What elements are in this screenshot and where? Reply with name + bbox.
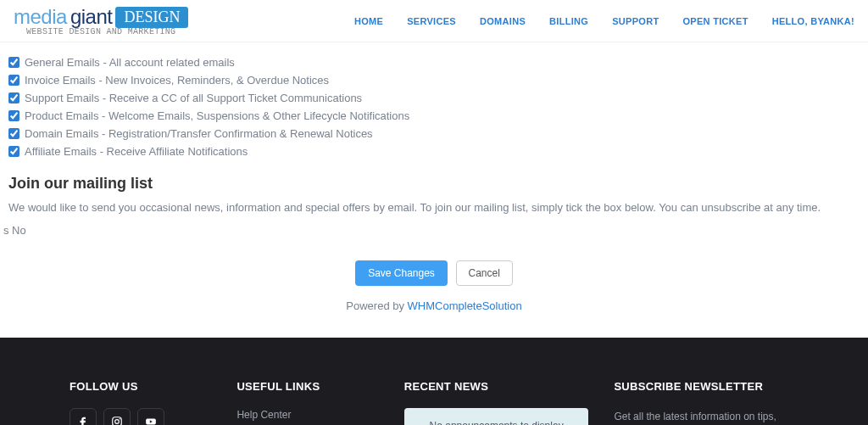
- nav-home[interactable]: HOME: [354, 16, 383, 26]
- pref-invoice-emails: Invoice Emails - New Invoices, Reminders…: [8, 74, 860, 87]
- svg-point-2: [120, 418, 120, 419]
- main-content: General Emails - All account related ema…: [0, 42, 868, 338]
- nav-billing[interactable]: BILLING: [549, 16, 588, 26]
- label-general: General Emails - All account related ema…: [25, 56, 235, 69]
- checkbox-domain[interactable]: [8, 128, 19, 139]
- cancel-button[interactable]: Cancel: [456, 260, 513, 286]
- save-button[interactable]: Save Changes: [355, 260, 448, 286]
- footer: FOLLOW US USEFUL LINKS Help Center Caree…: [0, 338, 868, 425]
- pref-product-emails: Product Emails - Welcome Emails, Suspens…: [8, 109, 860, 122]
- news-title: RECENT NEWS: [404, 380, 589, 393]
- pref-affiliate-emails: Affiliate Emails - Receive Affiliate Not…: [8, 145, 860, 158]
- logo-badge: DESIGN: [115, 7, 188, 28]
- header: media giant DESIGN WEBSITE DESIGN AND MA…: [0, 0, 868, 42]
- nav-domains[interactable]: DOMAINS: [480, 16, 526, 26]
- useful-title: USEFUL LINKS: [236, 380, 378, 393]
- checkbox-product[interactable]: [8, 110, 19, 121]
- checkbox-affiliate[interactable]: [8, 146, 19, 157]
- pref-general-emails: General Emails - All account related ema…: [8, 56, 860, 69]
- main-nav: HOME SERVICES DOMAINS BILLING SUPPORT OP…: [354, 16, 854, 26]
- mailing-title: Join our mailing list: [8, 175, 860, 193]
- label-support: Support Emails - Receive a CC of all Sup…: [25, 92, 362, 104]
- label-domain: Domain Emails - Registration/Transfer Co…: [25, 127, 373, 140]
- youtube-icon[interactable]: [137, 408, 164, 425]
- facebook-icon[interactable]: [70, 408, 97, 425]
- nav-open-ticket[interactable]: OPEN TICKET: [682, 16, 748, 26]
- logo-text-1: media: [14, 5, 67, 29]
- tagline: WEBSITE DESIGN AND MARKETING: [26, 27, 175, 36]
- mailing-yesno: s No: [3, 224, 860, 237]
- footer-follow: FOLLOW US: [70, 380, 211, 425]
- powered-by: Powered by WHMCompleteSolution: [8, 299, 860, 312]
- powered-link[interactable]: WHMCompleteSolution: [408, 299, 522, 312]
- footer-useful: USEFUL LINKS Help Center Careers Awards …: [236, 380, 378, 425]
- nav-hello-user[interactable]: HELLO, BYANKA!: [772, 16, 854, 26]
- link-help-center[interactable]: Help Center: [236, 409, 291, 421]
- subscribe-desc: Get all the latest information on tips, …: [614, 408, 798, 425]
- footer-subscribe: SUBSCRIBE NEWSLETTER Get all the latest …: [614, 380, 798, 425]
- logo-text-2: giant: [70, 5, 113, 29]
- nav-services[interactable]: SERVICES: [407, 16, 456, 26]
- label-affiliate: Affiliate Emails - Receive Affiliate Not…: [25, 145, 248, 158]
- checkbox-invoice[interactable]: [8, 75, 19, 86]
- button-row: Save Changes Cancel: [8, 260, 860, 286]
- checkbox-support[interactable]: [8, 92, 19, 103]
- nav-support[interactable]: SUPPORT: [612, 16, 659, 26]
- logo[interactable]: media giant DESIGN WEBSITE DESIGN AND MA…: [14, 5, 188, 36]
- label-invoice: Invoice Emails - New Invoices, Reminders…: [25, 74, 329, 87]
- news-empty: No announcements to display: [404, 408, 589, 425]
- pref-domain-emails: Domain Emails - Registration/Transfer Co…: [8, 127, 860, 140]
- follow-title: FOLLOW US: [70, 380, 211, 393]
- svg-point-1: [115, 420, 120, 424]
- checkbox-general[interactable]: [8, 57, 19, 68]
- subscribe-title: SUBSCRIBE NEWSLETTER: [614, 380, 798, 393]
- mailing-desc: We would like to send you occasional new…: [8, 201, 860, 214]
- powered-prefix: Powered by: [346, 299, 407, 312]
- pref-support-emails: Support Emails - Receive a CC of all Sup…: [8, 92, 860, 104]
- label-product: Product Emails - Welcome Emails, Suspens…: [25, 109, 409, 122]
- instagram-icon[interactable]: [103, 408, 131, 425]
- footer-news: RECENT NEWS No announcements to display: [404, 380, 589, 425]
